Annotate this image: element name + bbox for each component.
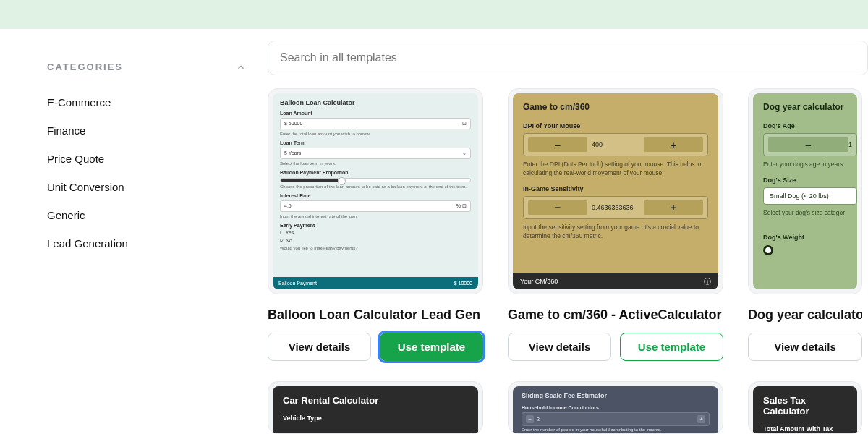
field-help: Input the annual interest rate of the lo… [280,214,471,218]
template-card[interactable]: Car Rental Calculator Vehicle Type [268,381,483,434]
field-label: Balloon Payment Proportion [280,170,471,175]
field-label: Household Income Contributors [522,405,710,410]
use-template-button[interactable]: Use template [620,333,723,361]
template-grid: Balloon Loan Calculator Loan Amount $ 50… [268,88,868,361]
preview-heading: Dog year calculator [763,102,857,112]
preview-stepper: −1 [763,133,857,156]
top-banner [0,0,868,29]
sidebar: CATEGORIES E-Commerce Finance Price Quot… [0,29,268,434]
field-label: Loan Term [280,140,471,145]
chevron-up-icon [236,62,246,72]
category-lead-generation[interactable]: Lead Generation [47,229,246,258]
view-details-button[interactable]: View details [268,333,371,361]
sidebar-header[interactable]: CATEGORIES [47,61,246,72]
field-help: Enter your dog's age in years. [763,161,857,169]
category-finance[interactable]: Finance [47,116,246,145]
template-title: Dog year calculator [748,307,862,323]
info-icon: i [704,278,711,285]
field-label: Loan Amount [280,111,471,116]
field-help: Would you like to make early payments? [280,246,471,250]
preview-heading: Sales Tax Calculator [763,395,847,417]
field-label: DPI of Your Mouse [523,122,708,129]
field-help: Choose the proportion of the loan amount… [280,184,471,189]
template-preview: Balloon Loan Calculator Loan Amount $ 50… [273,93,478,289]
category-unit-conversion[interactable]: Unit Conversion [47,173,246,201]
template-title: Game to cm/360 - ActiveCalculator [508,307,723,323]
preview-select: Small Dog (< 20 lbs) [763,187,857,205]
preview-footer: Your CM/360i [513,273,718,289]
field-label: Total Amount With Tax [763,425,847,433]
field-label: Vehicle Type [283,414,468,422]
field-label: Dog's Age [763,122,857,129]
template-card[interactable]: Balloon Loan Calculator Loan Amount $ 50… [268,88,483,294]
template-preview: Dog year calculator Dog's Age −1 Enter y… [753,93,857,289]
preview-slider [280,178,471,182]
preview-footer: Balloon Payment$ 10000 [273,277,478,289]
category-generic[interactable]: Generic [47,201,246,229]
use-template-button[interactable]: Use template [380,333,483,361]
template-preview: Sliding Scale Fee Estimator Household In… [513,386,718,433]
view-details-button[interactable]: View details [508,333,611,361]
template-card[interactable]: Game to cm/360 DPI of Your Mouse −400+ E… [508,88,723,294]
template-preview: Car Rental Calculator Vehicle Type [273,386,478,433]
preview-radio: ☑ No [280,238,471,244]
preview-heading: Car Rental Calculator [283,395,468,406]
field-label: Early Payment [280,223,471,228]
template-card[interactable]: Sales Tax Calculator Total Amount With T… [748,381,862,434]
field-label: In-Game Sensitivity [523,185,708,192]
main-content: Balloon Loan Calculator Loan Amount $ 50… [268,29,868,434]
field-help: Enter the number of people in your house… [522,427,710,432]
category-list: E-Commerce Finance Price Quote Unit Conv… [47,88,246,258]
preview-stepper: −400+ [523,133,708,156]
template-preview: Game to cm/360 DPI of Your Mouse −400+ E… [513,93,718,289]
preview-radio: ☐ Yes [280,230,471,236]
field-help: Select your dog's size categor [763,209,857,218]
field-label: Dog's Size [763,176,857,184]
search-input[interactable] [268,41,868,75]
field-help: Enter the total loan amount you wish to … [280,132,471,136]
field-help: Select the loan term in years. [280,161,471,166]
preview-input: 4.5% ⊡ [280,200,471,212]
categories-heading: CATEGORIES [47,61,123,72]
preview-stepper: −2+ [522,412,710,426]
preview-select: 5 Years⌄ [280,148,471,159]
template-grid-row2: Car Rental Calculator Vehicle Type Slidi… [268,381,868,434]
field-help: Input the sensitivity setting from your … [523,224,708,241]
minus-icon: − [528,137,587,152]
plus-icon: + [697,415,705,423]
preview-heading: Sliding Scale Fee Estimator [522,392,710,399]
template-preview: Sales Tax Calculator Total Amount With T… [753,386,857,433]
preview-slider-thumb [763,245,773,255]
category-price-quote[interactable]: Price Quote [47,145,246,173]
plus-icon: + [644,137,703,152]
preview-heading: Game to cm/360 [523,102,708,112]
preview-stepper: −0.4636363636+ [523,196,708,219]
preview-heading: Balloon Loan Calculator [280,99,471,106]
field-label: Interest Rate [280,193,471,198]
template-card[interactable]: Sliding Scale Fee Estimator Household In… [508,381,723,434]
minus-icon: − [768,137,848,152]
preview-input: $ 50000⊡ [280,118,471,129]
view-details-button[interactable]: View details [748,333,862,361]
category-e-commerce[interactable]: E-Commerce [47,88,246,116]
template-title: Balloon Loan Calculator Lead Gen [268,307,483,323]
minus-icon: − [526,415,534,423]
field-label: Dog's Weight [763,234,857,241]
field-help: Enter the DPI (Dots Per Inch) setting of… [523,161,708,178]
plus-icon: + [644,200,703,215]
template-card[interactable]: Dog year calculator Dog's Age −1 Enter y… [748,88,862,294]
minus-icon: − [528,200,587,215]
